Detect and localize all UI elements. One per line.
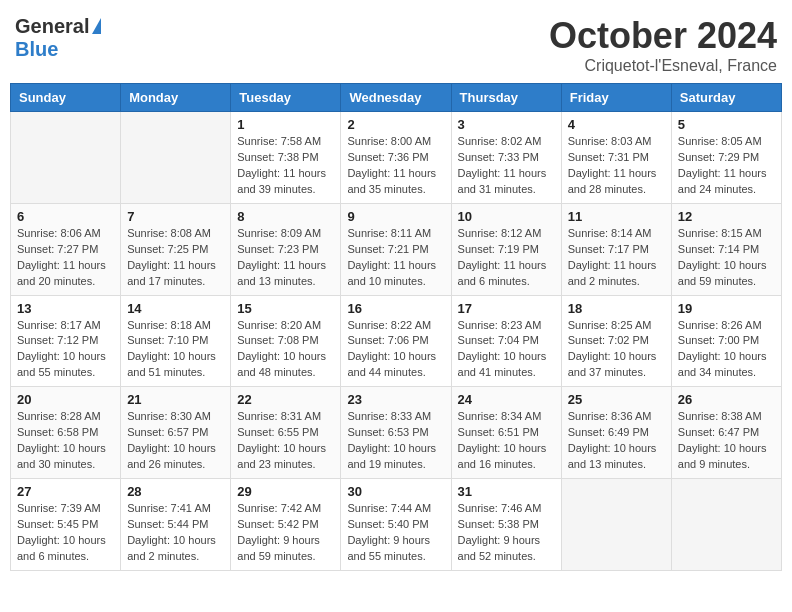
- day-number: 29: [237, 484, 334, 499]
- calendar-week-4: 20Sunrise: 8:28 AMSunset: 6:58 PMDayligh…: [11, 387, 782, 479]
- day-number: 7: [127, 209, 224, 224]
- day-info: Sunrise: 8:02 AMSunset: 7:33 PMDaylight:…: [458, 134, 555, 198]
- day-number: 31: [458, 484, 555, 499]
- day-info: Sunrise: 7:39 AMSunset: 5:45 PMDaylight:…: [17, 501, 114, 565]
- calendar-cell: 18Sunrise: 8:25 AMSunset: 7:02 PMDayligh…: [561, 295, 671, 387]
- day-info: Sunrise: 8:08 AMSunset: 7:25 PMDaylight:…: [127, 226, 224, 290]
- location: Criquetot-l'Esneval, France: [549, 57, 777, 75]
- day-info: Sunrise: 8:23 AMSunset: 7:04 PMDaylight:…: [458, 318, 555, 382]
- day-number: 24: [458, 392, 555, 407]
- day-number: 30: [347, 484, 444, 499]
- day-number: 26: [678, 392, 775, 407]
- calendar-cell: 2Sunrise: 8:00 AMSunset: 7:36 PMDaylight…: [341, 112, 451, 204]
- calendar-cell: 21Sunrise: 8:30 AMSunset: 6:57 PMDayligh…: [121, 387, 231, 479]
- calendar-cell: 26Sunrise: 8:38 AMSunset: 6:47 PMDayligh…: [671, 387, 781, 479]
- calendar-cell: 20Sunrise: 8:28 AMSunset: 6:58 PMDayligh…: [11, 387, 121, 479]
- day-number: 23: [347, 392, 444, 407]
- day-info: Sunrise: 8:20 AMSunset: 7:08 PMDaylight:…: [237, 318, 334, 382]
- day-number: 14: [127, 301, 224, 316]
- day-number: 4: [568, 117, 665, 132]
- page-header: General Blue October 2024 Criquetot-l'Es…: [10, 10, 782, 75]
- day-info: Sunrise: 7:41 AMSunset: 5:44 PMDaylight:…: [127, 501, 224, 565]
- calendar-cell: 7Sunrise: 8:08 AMSunset: 7:25 PMDaylight…: [121, 203, 231, 295]
- day-info: Sunrise: 8:11 AMSunset: 7:21 PMDaylight:…: [347, 226, 444, 290]
- day-info: Sunrise: 7:42 AMSunset: 5:42 PMDaylight:…: [237, 501, 334, 565]
- day-info: Sunrise: 8:31 AMSunset: 6:55 PMDaylight:…: [237, 409, 334, 473]
- day-header-monday: Monday: [121, 84, 231, 112]
- calendar-cell: [11, 112, 121, 204]
- day-number: 27: [17, 484, 114, 499]
- day-header-friday: Friday: [561, 84, 671, 112]
- calendar-header-row: SundayMondayTuesdayWednesdayThursdayFrid…: [11, 84, 782, 112]
- calendar-week-5: 27Sunrise: 7:39 AMSunset: 5:45 PMDayligh…: [11, 479, 782, 571]
- day-info: Sunrise: 7:46 AMSunset: 5:38 PMDaylight:…: [458, 501, 555, 565]
- day-number: 3: [458, 117, 555, 132]
- calendar-cell: 11Sunrise: 8:14 AMSunset: 7:17 PMDayligh…: [561, 203, 671, 295]
- day-info: Sunrise: 8:26 AMSunset: 7:00 PMDaylight:…: [678, 318, 775, 382]
- day-number: 18: [568, 301, 665, 316]
- day-number: 20: [17, 392, 114, 407]
- day-info: Sunrise: 8:05 AMSunset: 7:29 PMDaylight:…: [678, 134, 775, 198]
- calendar-cell: 16Sunrise: 8:22 AMSunset: 7:06 PMDayligh…: [341, 295, 451, 387]
- calendar-week-2: 6Sunrise: 8:06 AMSunset: 7:27 PMDaylight…: [11, 203, 782, 295]
- calendar-cell: 31Sunrise: 7:46 AMSunset: 5:38 PMDayligh…: [451, 479, 561, 571]
- day-info: Sunrise: 8:03 AMSunset: 7:31 PMDaylight:…: [568, 134, 665, 198]
- calendar-cell: 10Sunrise: 8:12 AMSunset: 7:19 PMDayligh…: [451, 203, 561, 295]
- calendar-cell: [561, 479, 671, 571]
- day-info: Sunrise: 8:06 AMSunset: 7:27 PMDaylight:…: [17, 226, 114, 290]
- logo-triangle-icon: [92, 18, 101, 34]
- day-info: Sunrise: 8:09 AMSunset: 7:23 PMDaylight:…: [237, 226, 334, 290]
- calendar-cell: 14Sunrise: 8:18 AMSunset: 7:10 PMDayligh…: [121, 295, 231, 387]
- day-info: Sunrise: 7:58 AMSunset: 7:38 PMDaylight:…: [237, 134, 334, 198]
- day-number: 13: [17, 301, 114, 316]
- calendar-cell: 9Sunrise: 8:11 AMSunset: 7:21 PMDaylight…: [341, 203, 451, 295]
- day-number: 28: [127, 484, 224, 499]
- month-title: October 2024: [549, 15, 777, 57]
- day-number: 10: [458, 209, 555, 224]
- day-number: 17: [458, 301, 555, 316]
- day-info: Sunrise: 8:18 AMSunset: 7:10 PMDaylight:…: [127, 318, 224, 382]
- day-number: 12: [678, 209, 775, 224]
- day-number: 9: [347, 209, 444, 224]
- calendar-cell: [121, 112, 231, 204]
- title-area: October 2024 Criquetot-l'Esneval, France: [549, 15, 777, 75]
- calendar-cell: 6Sunrise: 8:06 AMSunset: 7:27 PMDaylight…: [11, 203, 121, 295]
- day-number: 6: [17, 209, 114, 224]
- calendar-cell: 29Sunrise: 7:42 AMSunset: 5:42 PMDayligh…: [231, 479, 341, 571]
- day-info: Sunrise: 8:00 AMSunset: 7:36 PMDaylight:…: [347, 134, 444, 198]
- calendar-cell: 25Sunrise: 8:36 AMSunset: 6:49 PMDayligh…: [561, 387, 671, 479]
- day-header-wednesday: Wednesday: [341, 84, 451, 112]
- calendar-cell: 24Sunrise: 8:34 AMSunset: 6:51 PMDayligh…: [451, 387, 561, 479]
- day-info: Sunrise: 8:14 AMSunset: 7:17 PMDaylight:…: [568, 226, 665, 290]
- day-header-sunday: Sunday: [11, 84, 121, 112]
- calendar-cell: 5Sunrise: 8:05 AMSunset: 7:29 PMDaylight…: [671, 112, 781, 204]
- calendar-cell: 13Sunrise: 8:17 AMSunset: 7:12 PMDayligh…: [11, 295, 121, 387]
- day-info: Sunrise: 8:15 AMSunset: 7:14 PMDaylight:…: [678, 226, 775, 290]
- logo-blue-text: Blue: [15, 38, 58, 60]
- day-number: 8: [237, 209, 334, 224]
- calendar-week-3: 13Sunrise: 8:17 AMSunset: 7:12 PMDayligh…: [11, 295, 782, 387]
- day-info: Sunrise: 8:38 AMSunset: 6:47 PMDaylight:…: [678, 409, 775, 473]
- calendar-cell: 22Sunrise: 8:31 AMSunset: 6:55 PMDayligh…: [231, 387, 341, 479]
- day-info: Sunrise: 8:12 AMSunset: 7:19 PMDaylight:…: [458, 226, 555, 290]
- day-number: 2: [347, 117, 444, 132]
- calendar-table: SundayMondayTuesdayWednesdayThursdayFrid…: [10, 83, 782, 571]
- calendar-cell: 15Sunrise: 8:20 AMSunset: 7:08 PMDayligh…: [231, 295, 341, 387]
- calendar-cell: 23Sunrise: 8:33 AMSunset: 6:53 PMDayligh…: [341, 387, 451, 479]
- calendar-cell: 12Sunrise: 8:15 AMSunset: 7:14 PMDayligh…: [671, 203, 781, 295]
- day-number: 15: [237, 301, 334, 316]
- day-info: Sunrise: 8:28 AMSunset: 6:58 PMDaylight:…: [17, 409, 114, 473]
- day-number: 19: [678, 301, 775, 316]
- day-number: 1: [237, 117, 334, 132]
- day-number: 11: [568, 209, 665, 224]
- calendar-cell: 27Sunrise: 7:39 AMSunset: 5:45 PMDayligh…: [11, 479, 121, 571]
- day-number: 25: [568, 392, 665, 407]
- day-header-tuesday: Tuesday: [231, 84, 341, 112]
- day-info: Sunrise: 7:44 AMSunset: 5:40 PMDaylight:…: [347, 501, 444, 565]
- day-info: Sunrise: 8:34 AMSunset: 6:51 PMDaylight:…: [458, 409, 555, 473]
- day-info: Sunrise: 8:17 AMSunset: 7:12 PMDaylight:…: [17, 318, 114, 382]
- logo-general-text: General: [15, 15, 89, 38]
- calendar-cell: 3Sunrise: 8:02 AMSunset: 7:33 PMDaylight…: [451, 112, 561, 204]
- day-number: 21: [127, 392, 224, 407]
- day-info: Sunrise: 8:36 AMSunset: 6:49 PMDaylight:…: [568, 409, 665, 473]
